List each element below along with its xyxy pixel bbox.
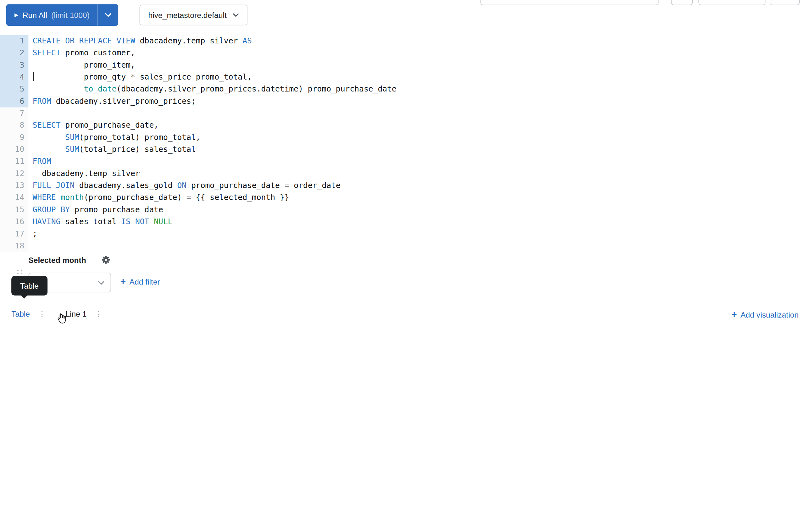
line-number: 12	[0, 168, 28, 180]
chevron-down-icon	[105, 13, 112, 17]
line-number: 14	[0, 192, 28, 204]
line-number: 9	[0, 132, 28, 144]
table-tooltip: Table	[11, 276, 48, 295]
code-text: SELECT promo_customer,	[28, 47, 135, 59]
line-number: 4	[0, 71, 28, 83]
line-number: 1	[0, 35, 28, 47]
hand-cursor-icon	[56, 312, 67, 324]
add-visualization-label: Add visualization	[741, 310, 799, 319]
code-line[interactable]: 17;	[0, 228, 810, 240]
line-number: 17	[0, 228, 28, 240]
line-number: 10	[0, 144, 28, 156]
code-text: GROUP BY promo_purchase_date	[28, 204, 163, 216]
line-number: 8	[0, 119, 28, 131]
code-text: SUM(total_price) sales_total	[28, 144, 196, 156]
line-number: 5	[0, 83, 28, 95]
line-number: 16	[0, 216, 28, 228]
editor-toolbar: ▶ Run All (limit 1000) hive_metastore.de…	[0, 0, 810, 32]
code-text: HAVING sales_total IS NOT NULL	[28, 216, 172, 228]
code-line[interactable]: 10 SUM(total_price) sales_total	[0, 144, 810, 156]
run-options-dropdown-button[interactable]	[98, 4, 118, 26]
schema-selector[interactable]: hive_metastore.default	[140, 5, 247, 26]
code-line[interactable]: 16HAVING sales_total IS NOT NULL	[0, 216, 810, 228]
tab-line-1-label: Line 1	[65, 309, 86, 318]
line-number: 18	[0, 240, 28, 252]
line-number: 2	[0, 47, 28, 59]
code-line[interactable]: 8SELECT promo_purchase_date,	[0, 119, 810, 131]
code-text: FROM dbacademy.silver_promo_prices;	[28, 95, 196, 107]
schema-selector-value: hive_metastore.default	[148, 11, 226, 19]
sql-editor-page: ▶ Run All (limit 1000) hive_metastore.de…	[0, 0, 810, 324]
plus-icon: +	[731, 310, 737, 320]
tab-table[interactable]: Table ⋮	[0, 304, 54, 324]
line-number: 7	[0, 108, 28, 119]
code-line[interactable]: 3 promo_item,	[0, 59, 810, 71]
code-line[interactable]: 2SELECT promo_customer,	[0, 47, 810, 59]
code-line[interactable]: 7	[0, 108, 810, 119]
chevron-down-icon	[98, 281, 104, 285]
code-text: FULL JOIN dbacademy.sales_gold ON promo_…	[28, 180, 340, 192]
code-line[interactable]: 9 SUM(promo_total) promo_total,	[0, 132, 810, 144]
line-number: 3	[0, 59, 28, 71]
code-line[interactable]: 5 to_date(dbacademy.silver_promo_prices.…	[0, 83, 810, 95]
code-text: SELECT promo_purchase_date,	[28, 119, 159, 131]
code-line[interactable]: 18	[0, 240, 810, 252]
sql-editor[interactable]: 1CREATE OR REPLACE VIEW dbacademy.temp_s…	[0, 34, 810, 252]
code-line[interactable]: 6FROM dbacademy.silver_promo_prices;	[0, 95, 810, 107]
code-lines: 1CREATE OR REPLACE VIEW dbacademy.temp_s…	[0, 35, 810, 252]
run-limit-label: (limit 1000)	[51, 11, 90, 19]
tab-table-label: Table	[11, 309, 30, 318]
add-filter-label: Add filter	[130, 277, 160, 286]
code-line[interactable]: 11FROM	[0, 156, 810, 167]
line-number: 13	[0, 180, 28, 192]
code-line[interactable]: 12 dbacademy.temp_silver	[0, 168, 810, 180]
add-filter-button[interactable]: + Add filter	[120, 277, 160, 287]
code-line[interactable]: 13FULL JOIN dbacademy.sales_gold ON prom…	[0, 180, 810, 192]
run-all-button[interactable]: ▶ Run All (limit 1000)	[6, 4, 98, 26]
parameter-section: Selected month + Add filter Ta	[0, 254, 810, 302]
code-line[interactable]: 15GROUP BY promo_purchase_date	[0, 204, 810, 216]
line-number: 15	[0, 204, 28, 216]
tooltip-text: Table	[20, 281, 39, 290]
code-line[interactable]: 14WHERE month(promo_purchase_date) = {{ …	[0, 192, 810, 204]
code-text	[28, 108, 32, 119]
code-line[interactable]: 1CREATE OR REPLACE VIEW dbacademy.temp_s…	[0, 35, 810, 47]
code-text: promo_qty * sales_price promo_total,	[28, 71, 252, 83]
run-all-label: Run All	[23, 11, 47, 19]
code-text: promo_item,	[28, 59, 135, 71]
chevron-down-icon	[233, 13, 239, 17]
plus-icon: +	[120, 277, 126, 287]
code-text: ;	[28, 228, 37, 240]
tooltip-arrow	[21, 295, 28, 299]
parameter-label: Selected month	[28, 256, 86, 264]
text-caret	[33, 72, 34, 81]
code-text	[28, 240, 32, 252]
code-text: dbacademy.temp_silver	[28, 168, 140, 180]
add-visualization-button[interactable]: + Add visualization	[731, 304, 810, 324]
line-number: 11	[0, 156, 28, 167]
line-number: 6	[0, 95, 28, 107]
kebab-menu-icon[interactable]: ⋮	[38, 309, 46, 319]
code-text: to_date(dbacademy.silver_promo_prices.da…	[28, 83, 396, 95]
code-text: WHERE month(promo_purchase_date) = {{ se…	[28, 192, 289, 204]
gear-icon[interactable]	[101, 255, 111, 267]
code-text: FROM	[28, 156, 51, 167]
results-tab-bar: Table ⋮ Line 1 ⋮ + Add visualization	[0, 304, 810, 324]
code-text: SUM(promo_total) promo_total,	[28, 132, 200, 144]
code-text: CREATE OR REPLACE VIEW dbacademy.temp_si…	[28, 35, 252, 47]
code-line[interactable]: 4 promo_qty * sales_price promo_total,	[0, 71, 810, 83]
play-icon: ▶	[14, 12, 19, 17]
kebab-menu-icon[interactable]: ⋮	[95, 309, 103, 319]
run-all-button-group: ▶ Run All (limit 1000)	[6, 4, 118, 26]
